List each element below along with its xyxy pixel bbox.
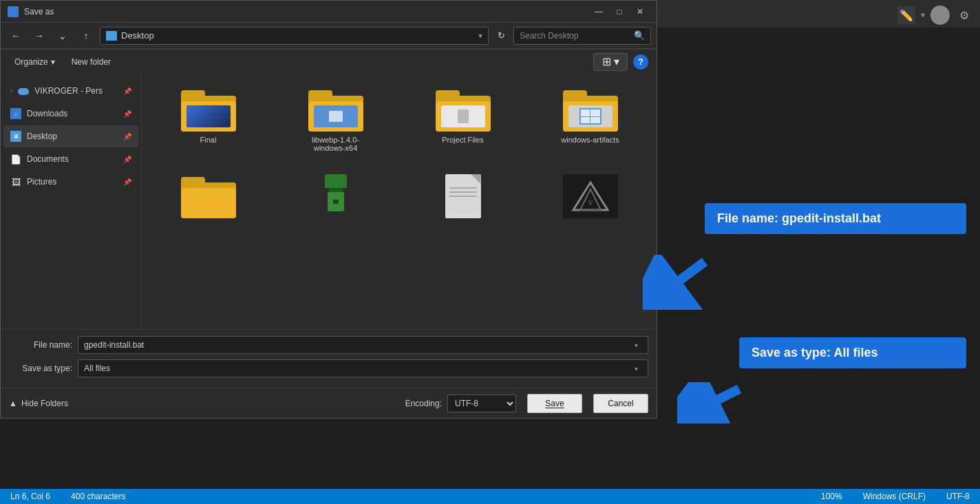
sidebar-downloads-label: Downloads	[27, 109, 67, 118]
hide-folders-label: Hide Folders	[21, 399, 68, 408]
list-item[interactable]: Project Files	[405, 82, 521, 158]
file-label-project: Project Files	[442, 136, 484, 144]
file-label-libwebp: libwebp-1.4.0-windows-x64	[301, 136, 370, 152]
expand-icon: ›	[10, 87, 12, 95]
save-button[interactable]: Save	[527, 394, 582, 413]
address-bar[interactable]: Desktop ▾	[100, 27, 489, 45]
svg-text:V: V	[588, 199, 593, 207]
grid-view-icon: ⊞	[602, 55, 611, 68]
address-text: Desktop	[121, 30, 154, 41]
callout-arrow-2	[677, 382, 746, 423]
savetype-input-container[interactable]: All files ▾	[78, 359, 648, 377]
callout-filename-text: File name: gpedit-install.bat	[717, 211, 881, 225]
up-button[interactable]: ↑	[76, 27, 96, 45]
refresh-button[interactable]: ↻	[493, 28, 509, 44]
encoding-section: Encoding: UTF-8 UTF-16 ANSI Save Cancel	[405, 394, 648, 413]
organize-label: Organize	[14, 57, 48, 67]
desktop-icon: 🖥	[10, 131, 21, 142]
status-chars: 400 characters	[71, 492, 125, 501]
documents-icon: 📄	[10, 154, 21, 165]
list-item[interactable]: V	[532, 169, 648, 228]
back-button[interactable]: ←	[6, 27, 25, 45]
list-item[interactable]	[277, 169, 394, 228]
sidebar-item-cloud[interactable]: › VIKROGER - Pers 📌	[3, 80, 138, 102]
filename-value: gpedit-install.bat	[84, 340, 144, 350]
dialog-titlebar: Save as — □ ✕	[1, 1, 657, 23]
user-avatar[interactable]	[930, 6, 950, 25]
sidebar-documents-label: Documents	[27, 154, 69, 164]
sidebar-pictures-label: Pictures	[27, 177, 56, 187]
file-grid: Final libwebp-1.4.0-windows-x64	[150, 82, 648, 228]
document-icon	[445, 174, 481, 218]
hide-folders-arrow-icon: ▲	[9, 399, 17, 408]
callout-filename: File name: gpedit-install.bat	[705, 203, 966, 234]
status-line-col: Ln 6, Col 6	[10, 492, 50, 501]
filename-dropdown-arrow[interactable]: ▾	[630, 342, 642, 349]
search-bar[interactable]: Search Desktop 🔍	[513, 27, 651, 45]
editor-dropdown-icon[interactable]: ▾	[921, 10, 925, 20]
folder-icon-libwebp	[308, 87, 363, 132]
savetype-row: Save as type: All files ▾	[9, 359, 648, 378]
hide-folders-button[interactable]: ▲ Hide Folders	[9, 399, 68, 408]
dialog-title-icon	[8, 6, 19, 17]
pin-icon-cloud: 📌	[123, 87, 131, 95]
savetype-value: All files	[84, 364, 110, 373]
usb-drive-icon	[318, 174, 354, 218]
address-chevron: ▾	[478, 31, 482, 41]
callout-savetype-text: Save as type: All files	[752, 346, 877, 359]
file-label-windows: windows-artifacts	[561, 136, 619, 144]
settings-icon[interactable]: ⚙	[955, 6, 973, 24]
close-button[interactable]: ✕	[630, 3, 650, 20]
editor-statusbar: Ln 6, Col 6 400 characters 100% Windows …	[0, 489, 980, 504]
save-as-dialog: Save as — □ ✕ ← → ⌄ ↑ Desktop ▾ ↻ Search…	[0, 0, 657, 419]
dialog-title-text: Save as	[24, 7, 589, 17]
list-item[interactable]	[405, 169, 521, 228]
sidebar-item-desktop[interactable]: 🖥 Desktop 📌	[3, 125, 138, 147]
top-right-icons: ✏️ ▾ ⚙	[897, 6, 973, 25]
organize-button[interactable]: Organize ▾	[9, 53, 61, 71]
downloads-icon: ↓	[10, 108, 21, 119]
dropdown-history-button[interactable]: ⌄	[53, 27, 72, 45]
list-item[interactable]	[150, 169, 266, 228]
sidebar-item-documents[interactable]: 📄 Documents 📌	[3, 148, 138, 170]
view-button[interactable]: ⊞ ▾	[593, 53, 628, 71]
search-placeholder: Search Desktop	[520, 31, 578, 41]
new-folder-button[interactable]: New folder	[66, 53, 116, 71]
encoding-label: Encoding:	[405, 399, 442, 408]
callout-savetype: Save as type: All files	[739, 337, 966, 368]
pin-icon-documents: 📌	[123, 156, 131, 163]
pictures-icon: 🖼	[10, 176, 21, 187]
gta-icon: V	[563, 174, 618, 218]
editor-action-icon[interactable]: ✏️	[897, 6, 915, 24]
folder-icon-plain	[181, 174, 236, 218]
filename-row: File name: gpedit-install.bat ▾	[9, 335, 648, 355]
folder-icon-windows	[563, 87, 618, 132]
pin-icon-downloads: 📌	[123, 110, 131, 118]
nav-toolbar: ← → ⌄ ↑ Desktop ▾ ↻ Search Desktop 🔍	[1, 23, 657, 49]
cancel-button[interactable]: Cancel	[593, 394, 648, 413]
organize-chevron: ▾	[51, 57, 55, 67]
callout-arrow-1	[643, 255, 712, 310]
address-folder-icon	[106, 31, 117, 41]
minimize-button[interactable]: —	[589, 3, 608, 20]
savetype-dropdown-arrow[interactable]: ▾	[630, 365, 642, 372]
savetype-label: Save as type:	[9, 364, 78, 373]
maximize-button[interactable]: □	[610, 3, 629, 20]
list-item[interactable]: Final	[150, 82, 266, 158]
filename-input-container[interactable]: gpedit-install.bat ▾	[78, 336, 648, 354]
sidebar-item-downloads[interactable]: ↓ Downloads 📌	[3, 103, 138, 125]
file-label-final: Final	[200, 136, 217, 144]
file-area: Final libwebp-1.4.0-windows-x64	[142, 74, 657, 329]
forward-button[interactable]: →	[30, 27, 49, 45]
encoding-select[interactable]: UTF-8 UTF-16 ANSI	[447, 395, 516, 412]
folder-icon-final	[181, 87, 236, 132]
help-button[interactable]: ?	[633, 54, 648, 70]
pin-icon-desktop: 📌	[123, 133, 131, 140]
list-item[interactable]: windows-artifacts	[532, 82, 648, 158]
sidebar-desktop-label: Desktop	[27, 132, 57, 141]
cloud-icon	[18, 88, 29, 95]
filename-section: File name: gpedit-install.bat ▾ Save as …	[1, 329, 657, 388]
list-item[interactable]: libwebp-1.4.0-windows-x64	[277, 82, 394, 158]
sidebar: › VIKROGER - Pers 📌 ↓ Downloads 📌 🖥 Desk…	[1, 74, 142, 329]
sidebar-item-pictures[interactable]: 🖼 Pictures 📌	[3, 171, 138, 193]
